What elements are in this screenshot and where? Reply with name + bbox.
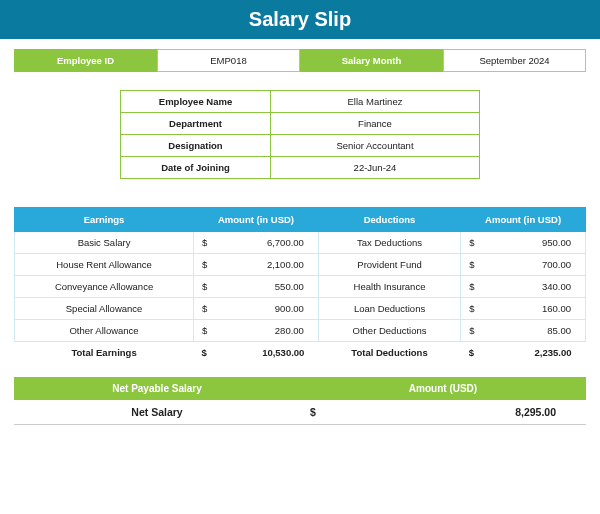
table-header-row: Earnings Amount (in USD) Deductions Amou… <box>15 208 586 232</box>
currency-symbol: $ <box>194 276 214 298</box>
currency-symbol: $ <box>461 276 481 298</box>
table-row: Basic Salary $ 6,700.00 Tax Deductions $… <box>15 232 586 254</box>
currency-symbol: $ <box>461 342 481 364</box>
earning-label: Basic Salary <box>15 232 194 254</box>
earning-amount: 6,700.00 <box>213 232 318 254</box>
currency-symbol: $ <box>194 342 214 364</box>
net-salary-amount: 8,295.00 <box>326 400 586 425</box>
earning-label: Other Allowance <box>15 320 194 342</box>
department-value: Finance <box>271 113 480 135</box>
currency-symbol: $ <box>461 320 481 342</box>
table-row: Other Allowance $ 280.00 Other Deduction… <box>15 320 586 342</box>
designation-value: Senior Accountant <box>271 135 480 157</box>
earning-label: House Rent Allowance <box>15 254 194 276</box>
deduction-label: Loan Deductions <box>318 298 460 320</box>
employee-name-label: Employee Name <box>121 91 271 113</box>
employee-name-value: Ella Martinez <box>271 91 480 113</box>
employee-info-table: Employee NameElla Martinez DepartmentFin… <box>120 90 480 179</box>
net-payable-table: Net Payable Salary Amount (USD) Net Sala… <box>14 377 586 425</box>
deduction-amount: 340.00 <box>480 276 585 298</box>
currency-symbol: $ <box>461 232 481 254</box>
totals-row: Total Earnings $ 10,530.00 Total Deducti… <box>15 342 586 364</box>
deduction-amount: 700.00 <box>480 254 585 276</box>
deductions-amount-header: Amount (in USD) <box>461 208 586 232</box>
earning-amount: 900.00 <box>213 298 318 320</box>
table-row: Conveyance Allowance $ 550.00 Health Ins… <box>15 276 586 298</box>
net-salary-label: Net Salary <box>14 400 300 425</box>
table-row: Employee NameElla Martinez <box>121 91 480 113</box>
table-row: Net Salary $ 8,295.00 <box>14 400 586 425</box>
currency-symbol: $ <box>300 400 326 425</box>
earnings-header: Earnings <box>15 208 194 232</box>
total-earnings-amount: 10,530.00 <box>213 342 318 364</box>
earning-amount: 550.00 <box>213 276 318 298</box>
doj-value: 22-Jun-24 <box>271 157 480 179</box>
table-row: Special Allowance $ 900.00 Loan Deductio… <box>15 298 586 320</box>
deduction-label: Provident Fund <box>318 254 460 276</box>
currency-symbol: $ <box>461 254 481 276</box>
salary-month-value: September 2024 <box>443 49 586 72</box>
deductions-header: Deductions <box>318 208 460 232</box>
deduction-amount: 160.00 <box>480 298 585 320</box>
deduction-amount: 85.00 <box>480 320 585 342</box>
total-deductions-amount: 2,235.00 <box>480 342 585 364</box>
net-amount-header: Amount (USD) <box>300 377 586 400</box>
deduction-label: Tax Deductions <box>318 232 460 254</box>
earnings-amount-header: Amount (in USD) <box>194 208 319 232</box>
deduction-amount: 950.00 <box>480 232 585 254</box>
deduction-label: Other Deductions <box>318 320 460 342</box>
designation-label: Designation <box>121 135 271 157</box>
total-earnings-label: Total Earnings <box>15 342 194 364</box>
currency-symbol: $ <box>194 320 214 342</box>
deduction-label: Health Insurance <box>318 276 460 298</box>
table-row: DesignationSenior Accountant <box>121 135 480 157</box>
table-row: DepartmentFinance <box>121 113 480 135</box>
table-row: Date of Joining22-Jun-24 <box>121 157 480 179</box>
page-title: Salary Slip <box>0 0 600 39</box>
earnings-deductions-table: Earnings Amount (in USD) Deductions Amou… <box>14 207 586 363</box>
currency-symbol: $ <box>194 232 214 254</box>
earning-amount: 2,100.00 <box>213 254 318 276</box>
employee-id-value: EMP018 <box>157 49 300 72</box>
salary-month-label: Salary Month <box>300 49 443 72</box>
table-row: House Rent Allowance $ 2,100.00 Providen… <box>15 254 586 276</box>
currency-symbol: $ <box>194 254 214 276</box>
total-deductions-label: Total Deductions <box>318 342 460 364</box>
doj-label: Date of Joining <box>121 157 271 179</box>
currency-symbol: $ <box>461 298 481 320</box>
top-info-row: Employee ID EMP018 Salary Month Septembe… <box>14 49 586 72</box>
employee-id-label: Employee ID <box>14 49 157 72</box>
earning-label: Special Allowance <box>15 298 194 320</box>
earning-amount: 280.00 <box>213 320 318 342</box>
department-label: Department <box>121 113 271 135</box>
net-payable-header: Net Payable Salary <box>14 377 300 400</box>
currency-symbol: $ <box>194 298 214 320</box>
table-header-row: Net Payable Salary Amount (USD) <box>14 377 586 400</box>
earning-label: Conveyance Allowance <box>15 276 194 298</box>
